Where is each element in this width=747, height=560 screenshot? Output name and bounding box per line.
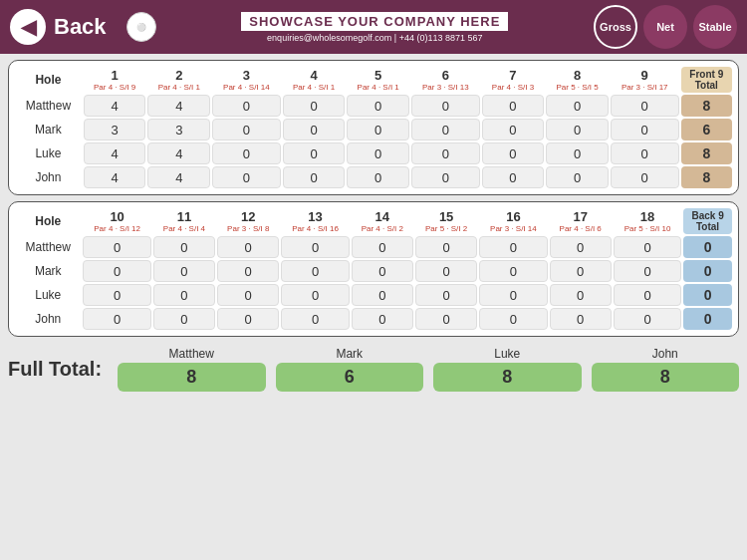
score-cell[interactable]: 0 bbox=[611, 95, 679, 117]
score-cell[interactable]: 0 bbox=[352, 236, 413, 258]
score-cell[interactable]: 0 bbox=[614, 284, 681, 306]
score-cell[interactable]: 0 bbox=[611, 119, 679, 140]
score-cell[interactable]: 0 bbox=[212, 142, 281, 164]
front9-total-cell: 6 bbox=[681, 119, 732, 140]
score-cell[interactable]: 0 bbox=[283, 95, 346, 117]
score-cell[interactable]: 0 bbox=[415, 284, 477, 306]
back9-player-row: John0000000000 bbox=[15, 308, 732, 330]
score-cell[interactable]: 0 bbox=[482, 95, 545, 117]
score-cell[interactable]: 0 bbox=[217, 260, 279, 282]
main-content: Hole 1 Par 4 · S/I 9 2 Par 4 · S/I 1 3 P… bbox=[0, 54, 747, 343]
score-cell[interactable]: 0 bbox=[281, 236, 349, 258]
score-cell[interactable]: 0 bbox=[212, 95, 281, 117]
gross-button[interactable]: Gross bbox=[594, 5, 637, 49]
score-cell[interactable]: 0 bbox=[546, 119, 609, 140]
score-cell[interactable]: 0 bbox=[283, 119, 346, 140]
score-cell[interactable]: 0 bbox=[347, 166, 409, 188]
score-cell[interactable]: 0 bbox=[411, 119, 480, 140]
player-name: Mark bbox=[15, 119, 82, 140]
player-name: John bbox=[15, 166, 82, 188]
front9-player-row: Luke4400000008 bbox=[15, 142, 732, 164]
hole17-header: 17 Par 4 · S/I 6 bbox=[550, 208, 612, 234]
score-cell[interactable]: 0 bbox=[347, 119, 409, 140]
score-cell[interactable]: 0 bbox=[411, 166, 480, 188]
score-cell[interactable]: 0 bbox=[415, 236, 477, 258]
score-cell[interactable]: 0 bbox=[212, 166, 281, 188]
score-cell[interactable]: 0 bbox=[347, 142, 409, 164]
front9-player-row: Mark3300000006 bbox=[15, 119, 732, 140]
score-cell[interactable]: 0 bbox=[482, 142, 545, 164]
score-cell[interactable]: 0 bbox=[546, 166, 609, 188]
score-cell[interactable]: 0 bbox=[614, 260, 681, 282]
player-total-value: 8 bbox=[592, 363, 740, 392]
net-button[interactable]: Net bbox=[643, 5, 687, 49]
score-cell[interactable]: 0 bbox=[614, 236, 681, 258]
score-cell[interactable]: 0 bbox=[153, 308, 215, 330]
score-cell[interactable]: 0 bbox=[281, 284, 349, 306]
back9-player-row: Luke0000000000 bbox=[15, 284, 732, 306]
score-cell[interactable]: 0 bbox=[281, 308, 349, 330]
score-cell[interactable]: 0 bbox=[83, 308, 150, 330]
player-total-group: Luke8 bbox=[433, 347, 582, 392]
score-cell[interactable]: 0 bbox=[479, 308, 547, 330]
score-cell[interactable]: 0 bbox=[217, 308, 279, 330]
score-cell[interactable]: 0 bbox=[550, 308, 612, 330]
score-cell[interactable]: 0 bbox=[352, 260, 413, 282]
score-cell[interactable]: 3 bbox=[84, 119, 146, 140]
score-cell[interactable]: 0 bbox=[550, 260, 612, 282]
score-cell[interactable]: 0 bbox=[153, 284, 215, 306]
score-cell[interactable]: 0 bbox=[482, 166, 545, 188]
score-cell[interactable]: 0 bbox=[283, 166, 346, 188]
score-cell[interactable]: 0 bbox=[281, 260, 349, 282]
score-cell[interactable]: 0 bbox=[217, 284, 279, 306]
score-cell[interactable]: 0 bbox=[479, 260, 547, 282]
score-cell[interactable]: 4 bbox=[84, 95, 146, 117]
score-cell[interactable]: 0 bbox=[546, 95, 609, 117]
score-cell[interactable]: 0 bbox=[352, 308, 413, 330]
score-cell[interactable]: 0 bbox=[415, 308, 477, 330]
score-cell[interactable]: 4 bbox=[147, 95, 210, 117]
score-cell[interactable]: 0 bbox=[550, 236, 612, 258]
score-cell[interactable]: 3 bbox=[147, 119, 210, 140]
score-cell[interactable]: 0 bbox=[479, 284, 547, 306]
score-cell[interactable]: 0 bbox=[153, 236, 215, 258]
score-cell[interactable]: 4 bbox=[84, 142, 146, 164]
score-cell[interactable]: 4 bbox=[147, 142, 210, 164]
full-total-label: Full Total: bbox=[8, 358, 108, 381]
score-cell[interactable]: 0 bbox=[611, 142, 679, 164]
hole15-header: 15 Par 5 · S/I 2 bbox=[415, 208, 477, 234]
company-name: SHOWCASE YOUR COMPANY HERE bbox=[241, 12, 508, 31]
score-cell[interactable]: 0 bbox=[611, 166, 679, 188]
score-cell[interactable]: 0 bbox=[550, 284, 612, 306]
hole7-header: 7 Par 4 · S/I 3 bbox=[482, 67, 545, 93]
score-cell[interactable]: 4 bbox=[147, 166, 210, 188]
score-cell[interactable]: 0 bbox=[283, 142, 346, 164]
front9-player-row: John4400000008 bbox=[15, 166, 732, 188]
hole11-header: 11 Par 4 · S/I 4 bbox=[153, 208, 215, 234]
score-cell[interactable]: 0 bbox=[217, 236, 279, 258]
score-cell[interactable]: 0 bbox=[614, 308, 681, 330]
score-cell[interactable]: 0 bbox=[347, 95, 409, 117]
score-cell[interactable]: 0 bbox=[212, 119, 281, 140]
back-button[interactable]: ◀ Back bbox=[10, 9, 107, 45]
score-cell[interactable]: 0 bbox=[153, 260, 215, 282]
logo-area: ⚪ bbox=[126, 12, 156, 42]
score-cell[interactable]: 0 bbox=[546, 142, 609, 164]
score-cell[interactable]: 0 bbox=[83, 284, 150, 306]
player-name: Matthew bbox=[15, 95, 82, 117]
back9-total-cell: 0 bbox=[683, 236, 732, 258]
score-cell[interactable]: 0 bbox=[479, 236, 547, 258]
score-cell[interactable]: 0 bbox=[411, 95, 480, 117]
score-cell[interactable]: 0 bbox=[411, 142, 480, 164]
score-cell[interactable]: 4 bbox=[84, 166, 146, 188]
back9-total-cell: 0 bbox=[683, 260, 732, 282]
back-label: Back bbox=[54, 14, 107, 40]
score-cell[interactable]: 0 bbox=[482, 119, 545, 140]
score-cell[interactable]: 0 bbox=[415, 260, 477, 282]
score-cell[interactable]: 0 bbox=[83, 260, 150, 282]
score-cell[interactable]: 0 bbox=[352, 284, 413, 306]
score-cell[interactable]: 0 bbox=[83, 236, 150, 258]
stable-button[interactable]: Stable bbox=[693, 5, 737, 49]
player-total-name: Matthew bbox=[169, 347, 214, 361]
hole4-header: 4 Par 4 · S/I 1 bbox=[283, 67, 346, 93]
